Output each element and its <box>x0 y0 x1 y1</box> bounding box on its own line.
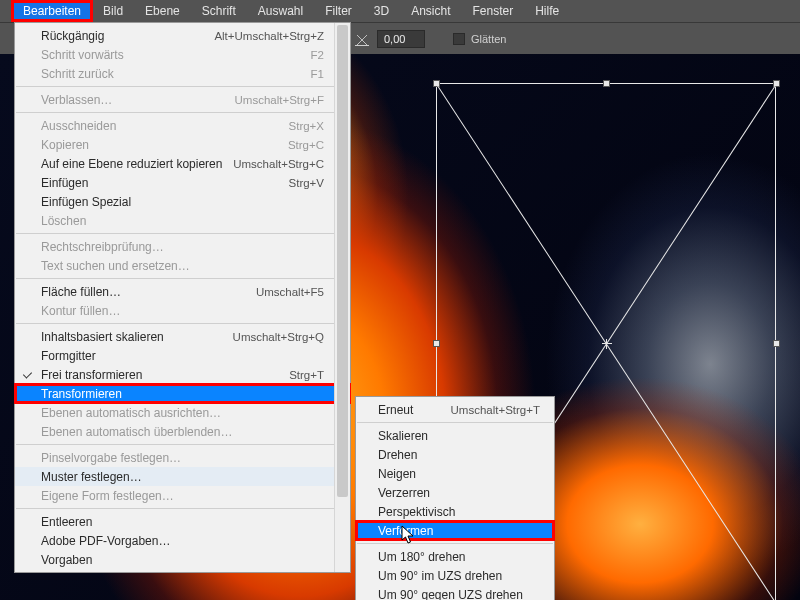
menu-separator <box>16 233 349 234</box>
menu-item-skalieren[interactable]: Skalieren <box>356 426 554 445</box>
menu-fenster[interactable]: Fenster <box>462 1 525 21</box>
edit-menu-dropdown: RückgängigAlt+Umschalt+Strg+ZSchritt vor… <box>14 22 351 573</box>
menu-schrift[interactable]: Schrift <box>191 1 247 21</box>
menu-item-shortcut: Strg+X <box>289 120 324 132</box>
menu-item-shortcut: F2 <box>311 49 324 61</box>
menu-item-label: Kopieren <box>41 138 288 152</box>
menu-3d[interactable]: 3D <box>363 1 400 21</box>
menu-item-label: Ausschneiden <box>41 119 289 133</box>
menu-item-formgitter[interactable]: Formgitter <box>15 346 350 365</box>
menu-item-um-90-im-uzs-drehen[interactable]: Um 90° im UZS drehen <box>356 566 554 585</box>
menu-item-shortcut: Strg+T <box>289 369 324 381</box>
menu-item-text-suchen-und-ersetzen: Text suchen und ersetzen… <box>15 256 350 275</box>
menu-item-label: Neigen <box>378 467 540 481</box>
menu-ansicht[interactable]: Ansicht <box>400 1 461 21</box>
menu-item-label: Formgitter <box>41 349 324 363</box>
transform-submenu: ErneutUmschalt+Strg+TSkalierenDrehenNeig… <box>355 396 555 600</box>
menu-item-drehen[interactable]: Drehen <box>356 445 554 464</box>
angle-input[interactable]: 0,00 <box>377 30 425 48</box>
menu-item-shortcut: Alt+Umschalt+Strg+Z <box>214 30 324 42</box>
menu-item-l-schen: Löschen <box>15 211 350 230</box>
menu-item-einf-gen-spezial[interactable]: Einfügen Spezial <box>15 192 350 211</box>
menu-filter[interactable]: Filter <box>314 1 363 21</box>
menu-item-verblassen: Verblassen…Umschalt+Strg+F <box>15 90 350 109</box>
menu-item-ausschneiden: AusschneidenStrg+X <box>15 116 350 135</box>
menu-bild[interactable]: Bild <box>92 1 134 21</box>
menu-item-label: Auf eine Ebene reduziert kopieren <box>41 157 233 171</box>
menu-item-erneut[interactable]: ErneutUmschalt+Strg+T <box>356 400 554 419</box>
menu-item-verzerren[interactable]: Verzerren <box>356 483 554 502</box>
menu-item-r-ckg-ngig[interactable]: RückgängigAlt+Umschalt+Strg+Z <box>15 26 350 45</box>
menu-item-perspektivisch[interactable]: Perspektivisch <box>356 502 554 521</box>
menu-item-label: Um 90° gegen UZS drehen <box>378 588 540 601</box>
menu-item-label: Löschen <box>41 214 324 228</box>
menu-item-label: Skalieren <box>378 429 540 443</box>
menu-item-label: Verblassen… <box>41 93 235 107</box>
menu-item-schritt-zur-ck: Schritt zurückF1 <box>15 64 350 83</box>
menu-item-label: Verzerren <box>378 486 540 500</box>
menu-item-um-180-drehen[interactable]: Um 180° drehen <box>356 547 554 566</box>
menu-separator <box>357 422 553 423</box>
menu-item-label: Schritt vorwärts <box>41 48 311 62</box>
menu-separator <box>357 543 553 544</box>
menu-hilfe[interactable]: Hilfe <box>524 1 570 21</box>
menu-bar: BearbeitenBildEbeneSchriftAuswahlFilter3… <box>0 0 800 22</box>
menu-item-shortcut: Umschalt+Strg+T <box>451 404 540 416</box>
menu-separator <box>16 112 349 113</box>
menu-item-label: Ebenen automatisch überblenden… <box>41 425 324 439</box>
menu-item-label: Um 180° drehen <box>378 550 540 564</box>
menu-item-rechtschreibpr-fung: Rechtschreibprüfung… <box>15 237 350 256</box>
menu-item-label: Vorgaben <box>41 553 324 567</box>
menu-item-neigen[interactable]: Neigen <box>356 464 554 483</box>
menu-item-auf-eine-ebene-reduziert-kopieren[interactable]: Auf eine Ebene reduziert kopierenUmschal… <box>15 154 350 173</box>
menu-separator <box>16 444 349 445</box>
menu-item-label: Drehen <box>378 448 540 462</box>
menu-item-entleeren[interactable]: Entleeren <box>15 512 350 531</box>
menu-item-kontur-f-llen: Kontur füllen… <box>15 301 350 320</box>
menu-item-label: Ebenen automatisch ausrichten… <box>41 406 324 420</box>
transform-handle[interactable] <box>603 80 610 87</box>
menu-item-label: Transformieren <box>41 387 324 401</box>
menu-item-label: Kontur füllen… <box>41 304 324 318</box>
menu-item-fl-che-f-llen[interactable]: Fläche füllen…Umschalt+F5 <box>15 282 350 301</box>
dropdown-scrollbar[interactable] <box>334 23 350 572</box>
menu-item-kopieren: KopierenStrg+C <box>15 135 350 154</box>
menu-bearbeiten[interactable]: Bearbeiten <box>12 1 92 21</box>
transform-handle[interactable] <box>773 340 780 347</box>
menu-item-einf-gen[interactable]: EinfügenStrg+V <box>15 173 350 192</box>
menu-item-label: Text suchen und ersetzen… <box>41 259 324 273</box>
menu-item-shortcut: Strg+V <box>289 177 324 189</box>
menu-item-adobe-pdf-vorgaben[interactable]: Adobe PDF-Vorgaben… <box>15 531 350 550</box>
menu-item-label: Verformen <box>378 524 540 538</box>
transform-handle[interactable] <box>433 340 440 347</box>
menu-item-muster-festlegen[interactable]: Muster festlegen… <box>15 467 350 486</box>
menu-item-inhaltsbasiert-skalieren[interactable]: Inhaltsbasiert skalierenUmschalt+Strg+Q <box>15 327 350 346</box>
menu-item-shortcut: Umschalt+F5 <box>256 286 324 298</box>
menu-item-label: Schritt zurück <box>41 67 311 81</box>
menu-item-verformen[interactable]: Verformen <box>356 521 554 540</box>
menu-item-shortcut: Umschalt+Strg+F <box>235 94 324 106</box>
menu-item-label: Muster festlegen… <box>41 470 324 484</box>
menu-item-shortcut: Strg+C <box>288 139 324 151</box>
menu-separator <box>16 278 349 279</box>
menu-item-label: Erneut <box>378 403 451 417</box>
menu-item-eigene-form-festlegen: Eigene Form festlegen… <box>15 486 350 505</box>
menu-item-schritt-vorw-rts: Schritt vorwärtsF2 <box>15 45 350 64</box>
menu-separator <box>16 323 349 324</box>
menu-item-label: Inhaltsbasiert skalieren <box>41 330 233 344</box>
menu-item-um-90-gegen-uzs-drehen[interactable]: Um 90° gegen UZS drehen <box>356 585 554 600</box>
menu-item-transformieren[interactable]: Transformieren <box>15 384 350 403</box>
smooth-checkbox[interactable] <box>453 33 465 45</box>
checkmark-icon <box>23 370 33 378</box>
menu-item-label: Entleeren <box>41 515 324 529</box>
menu-item-shortcut: Umschalt+Strg+Q <box>233 331 324 343</box>
menu-item-label: Perspektivisch <box>378 505 540 519</box>
menu-auswahl[interactable]: Auswahl <box>247 1 314 21</box>
menu-ebene[interactable]: Ebene <box>134 1 191 21</box>
menu-item-vorgaben[interactable]: Vorgaben <box>15 550 350 569</box>
menu-item-frei-transformieren[interactable]: Frei transformierenStrg+T <box>15 365 350 384</box>
menu-separator <box>16 508 349 509</box>
menu-item-label: Rückgängig <box>41 29 214 43</box>
menu-item-shortcut: Umschalt+Strg+C <box>233 158 324 170</box>
menu-item-label: Einfügen <box>41 176 289 190</box>
